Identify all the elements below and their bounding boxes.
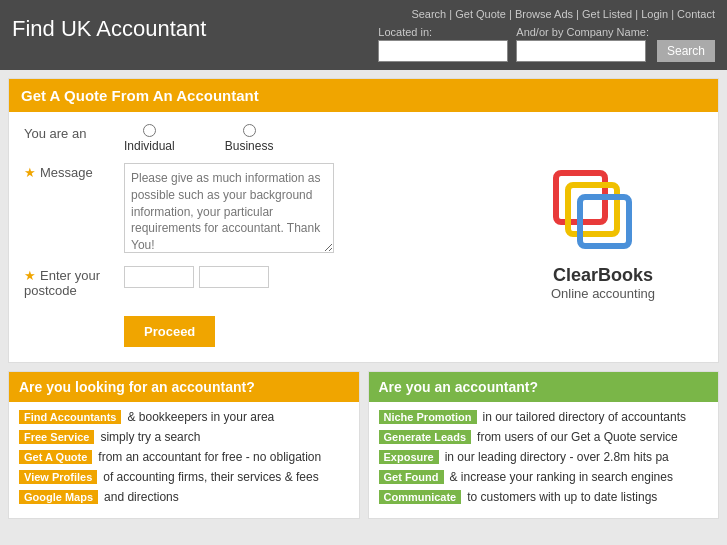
header-right: Search | Get Quote | Browse Ads | Get Li…: [378, 8, 715, 62]
radio-group: Individual Business: [124, 124, 503, 153]
tag-niche-promotion[interactable]: Niche Promotion: [379, 410, 477, 424]
located-input[interactable]: [378, 40, 508, 62]
clearbooks-logo: ClearBooks Online accounting: [551, 170, 655, 301]
nav-browse-ads[interactable]: Browse Ads: [515, 8, 573, 20]
you-are-label: You are an: [24, 124, 124, 141]
header-search-row: Located in: And/or by Company Name: Sear…: [378, 26, 715, 62]
nav-search[interactable]: Search: [411, 8, 446, 20]
message-field: [124, 163, 503, 256]
list-item: Free Service simply try a search: [19, 430, 349, 444]
looking-header: Are you looking for an accountant?: [9, 372, 359, 402]
company-name-group: And/or by Company Name:: [516, 26, 649, 62]
cb-square-blue: [577, 194, 632, 249]
item-text: from users of our Get a Quote service: [477, 430, 678, 444]
individual-radio[interactable]: [143, 124, 156, 137]
tag-get-a-quote[interactable]: Get A Quote: [19, 450, 92, 464]
company-input[interactable]: [516, 40, 646, 62]
item-text: in our leading directory - over 2.8m hit…: [445, 450, 669, 464]
search-button[interactable]: Search: [657, 40, 715, 62]
item-text: & bookkeepers in your area: [127, 410, 274, 424]
list-item: Google Maps and directions: [19, 490, 349, 504]
business-radio[interactable]: [243, 124, 256, 137]
quote-section: Get A Quote From An Accountant You are a…: [8, 78, 719, 363]
clearbooks-name: ClearBooks: [553, 265, 653, 286]
quote-form: You are an Individual Business: [24, 124, 503, 347]
accountant-header: Are you an accountant?: [369, 372, 719, 402]
postcode-input-1[interactable]: [124, 266, 194, 288]
individual-label: Individual: [124, 139, 175, 153]
tag-view-profiles[interactable]: View Profiles: [19, 470, 97, 484]
tag-google-maps[interactable]: Google Maps: [19, 490, 98, 504]
required-star: ★: [24, 165, 36, 180]
postcode-field: [124, 266, 503, 288]
tag-exposure[interactable]: Exposure: [379, 450, 439, 464]
list-item: Get A Quote from an accountant for free …: [19, 450, 349, 464]
list-item: Communicate to customers with up to date…: [379, 490, 709, 504]
business-label: Business: [225, 139, 274, 153]
list-item: Find Accountants & bookkeepers in your a…: [19, 410, 349, 424]
postcode-label: ★Enter your postcode: [24, 266, 124, 298]
looking-col: Are you looking for an accountant? Find …: [8, 371, 360, 519]
message-textarea[interactable]: [124, 163, 334, 253]
postcode-row: ★Enter your postcode: [24, 266, 503, 298]
item-text: and directions: [104, 490, 179, 504]
located-label: Located in:: [378, 26, 508, 38]
located-in-group: Located in:: [378, 26, 508, 62]
accountant-body: Niche Promotion in our tailored director…: [369, 402, 719, 518]
message-label: ★Message: [24, 163, 124, 180]
tag-get-found[interactable]: Get Found: [379, 470, 444, 484]
tag-generate-leads[interactable]: Generate Leads: [379, 430, 472, 444]
required-star-2: ★: [24, 268, 36, 283]
clearbooks-tagline: Online accounting: [551, 286, 655, 301]
item-text: simply try a search: [100, 430, 200, 444]
nav-login[interactable]: Login: [641, 8, 668, 20]
site-title: Find UK Accountant: [12, 8, 206, 42]
individual-option[interactable]: Individual: [124, 124, 175, 153]
item-text: & increase your ranking in search engine…: [450, 470, 673, 484]
message-row: ★Message: [24, 163, 503, 256]
company-label: And/or by Company Name:: [516, 26, 649, 38]
you-are-row: You are an Individual Business: [24, 124, 503, 153]
proceed-button[interactable]: Proceed: [124, 316, 215, 347]
tag-free-service[interactable]: Free Service: [19, 430, 94, 444]
bottom-section: Are you looking for an accountant? Find …: [8, 371, 719, 519]
list-item: Niche Promotion in our tailored director…: [379, 410, 709, 424]
business-option[interactable]: Business: [225, 124, 274, 153]
list-item: Generate Leads from users of our Get a Q…: [379, 430, 709, 444]
quote-header: Get A Quote From An Accountant: [9, 79, 718, 112]
item-text: of accounting firms, their services & fe…: [103, 470, 318, 484]
list-item: Get Found & increase your ranking in sea…: [379, 470, 709, 484]
clearbooks-logo-area: ClearBooks Online accounting: [503, 124, 703, 347]
looking-body: Find Accountants & bookkeepers in your a…: [9, 402, 359, 518]
item-text: in our tailored directory of accountants: [483, 410, 686, 424]
list-item: View Profiles of accounting firms, their…: [19, 470, 349, 484]
nav-contact[interactable]: Contact: [677, 8, 715, 20]
tag-communicate[interactable]: Communicate: [379, 490, 462, 504]
quote-body: You are an Individual Business: [9, 124, 718, 347]
postcode-input-2[interactable]: [199, 266, 269, 288]
list-item: Exposure in our leading directory - over…: [379, 450, 709, 464]
clearbooks-squares: [553, 170, 653, 260]
accountant-col: Are you an accountant? Niche Promotion i…: [368, 371, 720, 519]
header-nav: Search | Get Quote | Browse Ads | Get Li…: [411, 8, 715, 20]
header: Find UK Accountant Search | Get Quote | …: [0, 0, 727, 70]
item-text: from an accountant for free - no obligat…: [98, 450, 321, 464]
tag-find-accountants[interactable]: Find Accountants: [19, 410, 121, 424]
nav-get-quote[interactable]: Get Quote: [455, 8, 506, 20]
item-text: to customers with up to date listings: [467, 490, 657, 504]
nav-get-listed[interactable]: Get Listed: [582, 8, 632, 20]
